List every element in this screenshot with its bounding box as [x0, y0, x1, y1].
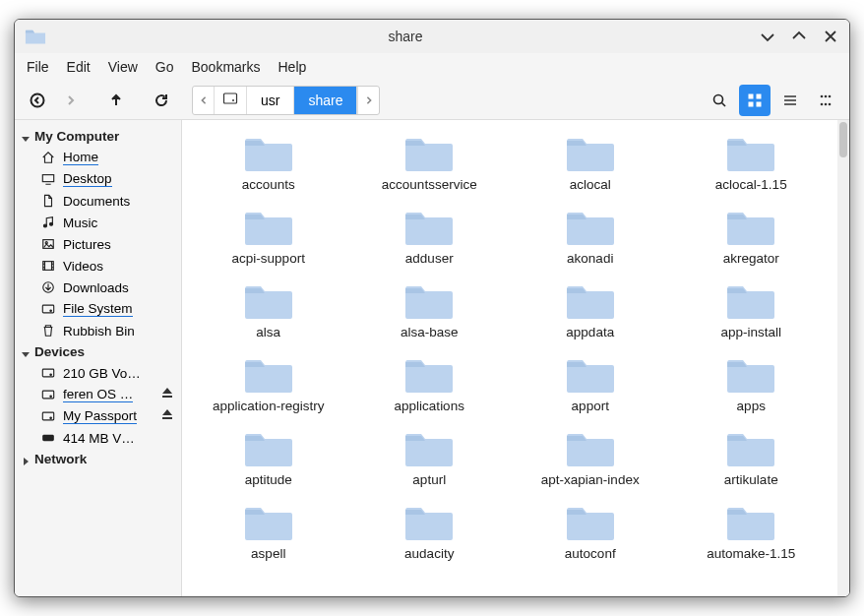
- folder-item[interactable]: apt-xapian-index: [514, 423, 667, 493]
- search-button[interactable]: [704, 85, 735, 116]
- folder-item[interactable]: accountsservice: [353, 128, 507, 198]
- svg-point-2: [232, 99, 234, 101]
- folder-item[interactable]: aclocal: [514, 128, 667, 198]
- folder-icon: [565, 208, 616, 247]
- folder-item[interactable]: autoconf: [514, 497, 667, 567]
- folder-item[interactable]: akonadi: [514, 202, 667, 272]
- sidebar-item[interactable]: Music: [15, 212, 181, 233]
- folder-label: audacity: [404, 546, 454, 561]
- folder-item[interactable]: aclocal-1.15: [675, 128, 829, 198]
- maximize-button[interactable]: [790, 28, 808, 45]
- folder-item[interactable]: acpi-support: [192, 202, 345, 272]
- folder-label: alsa: [256, 325, 280, 339]
- sidebar-item-label: 414 MB V…: [63, 431, 135, 446]
- folder-icon: [725, 134, 776, 173]
- folder-item[interactable]: aspell: [192, 497, 345, 567]
- sidebar-item[interactable]: Home: [15, 147, 181, 168]
- eject-icon[interactable]: [161, 387, 177, 402]
- file-manager-window: share File Edit View Go Bookmarks Help u…: [14, 19, 850, 597]
- folder-item[interactable]: aptitude: [192, 423, 345, 493]
- folder-item[interactable]: appdata: [514, 276, 667, 345]
- menu-edit[interactable]: Edit: [67, 59, 91, 75]
- folder-item[interactable]: alsa-base: [353, 276, 507, 345]
- sidebar-section-header[interactable]: Devices: [15, 341, 181, 362]
- sidebar-item-label: Pictures: [63, 237, 111, 252]
- folder-item[interactable]: automake-1.15: [675, 497, 829, 567]
- folder-item[interactable]: apps: [675, 349, 829, 419]
- folder-icon: [243, 281, 294, 321]
- sidebar-section-header[interactable]: My Computer: [15, 126, 181, 147]
- svg-point-26: [50, 396, 52, 398]
- list-view-button[interactable]: [774, 85, 806, 116]
- sidebar-item[interactable]: My Passport: [15, 405, 181, 427]
- folder-label: aclocal: [570, 177, 611, 192]
- folder-label: aspell: [251, 546, 285, 561]
- sidebar-item[interactable]: feren OS …: [15, 384, 181, 405]
- minimize-button[interactable]: [759, 28, 776, 45]
- sidebar-item-label: 210 GB Vo…: [63, 366, 141, 381]
- folder-item[interactable]: app-install: [675, 276, 829, 345]
- sidebar-item[interactable]: 414 MB V…: [15, 427, 181, 449]
- music-icon: [40, 215, 56, 230]
- folder-item[interactable]: application-registry: [192, 349, 345, 419]
- folder-item[interactable]: accounts: [192, 128, 345, 198]
- folder-icon: [565, 355, 616, 395]
- menu-go[interactable]: Go: [155, 59, 174, 75]
- folder-item[interactable]: apturl: [353, 423, 507, 493]
- disk-icon: [40, 408, 56, 424]
- folder-icon: [403, 355, 455, 395]
- sidebar-item[interactable]: File System: [15, 298, 181, 320]
- compact-view-button[interactable]: [810, 85, 841, 116]
- parent-button[interactable]: [101, 86, 131, 115]
- sidebar-section-header[interactable]: Network: [15, 449, 181, 469]
- folder-item[interactable]: alsa: [192, 276, 345, 345]
- svg-point-28: [50, 417, 52, 419]
- icon-view-button[interactable]: [739, 85, 771, 116]
- path-next-button[interactable]: [357, 87, 379, 114]
- folder-item[interactable]: applications: [353, 349, 507, 419]
- folder-item[interactable]: apport: [514, 349, 667, 419]
- path-seg-usr[interactable]: usr: [247, 87, 294, 114]
- path-seg-share[interactable]: share: [294, 87, 357, 114]
- menu-file[interactable]: File: [27, 59, 49, 75]
- svg-point-11: [821, 102, 824, 105]
- folder-item[interactable]: akregator: [675, 202, 829, 272]
- sidebar-item-label: File System: [63, 301, 133, 317]
- sidebar-item[interactable]: Videos: [15, 255, 181, 277]
- sidebar-item[interactable]: Downloads: [15, 277, 181, 298]
- back-button[interactable]: [23, 86, 52, 115]
- scrollbar-thumb[interactable]: [839, 122, 847, 157]
- path-root-button[interactable]: [215, 87, 247, 114]
- svg-rect-14: [42, 175, 53, 182]
- folder-icon: [243, 429, 294, 468]
- svg-rect-29: [43, 435, 54, 440]
- menu-view[interactable]: View: [108, 59, 138, 75]
- folder-grid-scroll[interactable]: accountsaccountsserviceaclocalaclocal-1.…: [182, 120, 837, 596]
- forward-button[interactable]: [56, 86, 86, 115]
- folder-item[interactable]: adduser: [353, 202, 507, 272]
- sidebar-item[interactable]: Desktop: [15, 168, 181, 190]
- reload-button[interactable]: [147, 86, 176, 115]
- eject-icon[interactable]: [161, 408, 177, 424]
- folder-icon: [243, 134, 294, 173]
- sidebar-item-label: Documents: [63, 194, 130, 209]
- folder-item[interactable]: audacity: [353, 497, 507, 567]
- close-button[interactable]: [822, 28, 839, 45]
- pictures-icon: [40, 236, 56, 252]
- folder-label: alsa-base: [401, 325, 459, 339]
- toolbar: usr share: [15, 81, 849, 120]
- svg-point-13: [829, 102, 832, 105]
- disk-icon: [40, 387, 56, 402]
- sidebar-item[interactable]: 210 GB Vo…: [15, 362, 181, 384]
- sidebar-item-label: Desktop: [63, 171, 112, 187]
- path-prev-button[interactable]: [193, 87, 215, 114]
- sidebar-item[interactable]: Pictures: [15, 233, 181, 255]
- folder-item[interactable]: artikulate: [675, 423, 829, 493]
- scrollbar[interactable]: [837, 120, 849, 596]
- sidebar-item[interactable]: Rubbish Bin: [15, 320, 181, 341]
- folder-icon: [725, 429, 776, 468]
- sidebar-item[interactable]: Documents: [15, 190, 181, 212]
- menu-bookmarks[interactable]: Bookmarks: [191, 59, 260, 75]
- menu-help[interactable]: Help: [278, 59, 307, 75]
- folder-label: application-registry: [213, 399, 324, 413]
